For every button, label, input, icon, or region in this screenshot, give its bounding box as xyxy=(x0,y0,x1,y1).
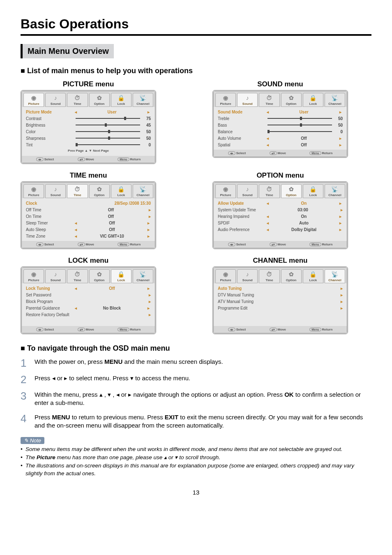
row-spdif[interactable]: SPDIF ◂ Auto ▸ xyxy=(214,220,347,226)
menu-time: TIME menu ◉Picture♪Sound⏱Time✿Option🔒Loc… xyxy=(21,171,156,249)
tab-channel[interactable]: 📡Channel xyxy=(133,269,153,283)
row-clock[interactable]: Clock 28/Sep /2008 15:30 xyxy=(22,200,155,206)
row-off time[interactable]: Off Time Off ▸ xyxy=(22,206,155,213)
osd-tabs: ◉Picture♪Sound⏱Time✿Option🔒Lock📡Channel xyxy=(214,91,347,107)
note-2: The Picture menu has more than one page,… xyxy=(21,454,371,461)
tab-picture[interactable]: ◉Picture xyxy=(215,184,236,198)
tab-lock[interactable]: 🔒Lock xyxy=(111,184,131,198)
osd-footer: ◂▸Select ▴▾Move MenuReturn xyxy=(214,150,347,157)
tab-lock[interactable]: 🔒Lock xyxy=(111,269,131,283)
tab-sound[interactable]: ♪Sound xyxy=(45,269,66,283)
row-time zone[interactable]: Time Zone ◂ VIC GMT+10 ▸ xyxy=(22,233,155,239)
page-title: Basic Operations xyxy=(21,16,371,36)
row-auto tuning[interactable]: Auto Tuning ▸ xyxy=(214,285,347,291)
step-2: 2 Press ◂ or ▸ to select menu. Press ▾ t… xyxy=(21,374,371,385)
row-sharpness[interactable]: Sharpness 50 xyxy=(22,135,155,141)
tab-channel[interactable]: 📡Channel xyxy=(325,184,345,198)
menu-title-sound: SOUND menu xyxy=(212,80,348,88)
osd-footer: ◂▸Select ▴▾Move MenuReturn xyxy=(22,326,155,333)
row-atv manual tuning[interactable]: ATV Manual Tuning ▸ xyxy=(214,298,347,305)
row-picture mode[interactable]: Picture Mode ◂ User ▸ xyxy=(22,109,155,115)
nav-heading: To navigate through the OSD main menu xyxy=(21,344,371,353)
tab-lock[interactable]: 🔒Lock xyxy=(111,93,131,107)
menu-title-option: OPTION menu xyxy=(212,171,348,180)
tab-time[interactable]: ⏱Time xyxy=(259,184,279,198)
menu-title-lock: LOCK menu xyxy=(21,257,156,265)
menu-picture: PICTURE menu ◉Picture♪Sound⏱Time✿Option🔒… xyxy=(21,80,156,164)
note-section: ✎ Note Some menu items may be different … xyxy=(21,437,371,477)
row-auto volume[interactable]: Auto Volume ◂ Off ▸ xyxy=(214,135,347,141)
row-sound mode[interactable]: Sound Mode ◂ User ▸ xyxy=(214,109,347,115)
tab-sound[interactable]: ♪Sound xyxy=(45,93,66,107)
tab-option[interactable]: ✿Option xyxy=(89,269,110,283)
tab-picture[interactable]: ◉Picture xyxy=(215,93,236,107)
tab-option[interactable]: ✿Option xyxy=(89,93,110,107)
note-3: The illustrations and on-screen displays… xyxy=(21,462,371,477)
tab-channel[interactable]: 📡Channel xyxy=(133,184,153,198)
note-1: Some menu items may be different when th… xyxy=(21,446,371,453)
row-spatial[interactable]: Spatial ◂ Off ▸ xyxy=(214,141,347,148)
row-tint[interactable]: Tint 0 xyxy=(22,141,155,148)
menu-channel: CHANNEL menu ◉Picture♪Sound⏱Time✿Option🔒… xyxy=(212,257,348,334)
tab-lock[interactable]: 🔒Lock xyxy=(303,93,323,107)
osd-footer: ◂▸Select ▴▾Move MenuReturn xyxy=(214,241,347,248)
row-audio preference[interactable]: Audio Preference ◂ Dolby Digital ▸ xyxy=(214,226,347,233)
osd-lock: ◉Picture♪Sound⏱Time✿Option🔒Lock📡Channel … xyxy=(21,266,156,334)
tab-sound[interactable]: ♪Sound xyxy=(45,184,66,198)
menu-lock: LOCK menu ◉Picture♪Sound⏱Time✿Option🔒Loc… xyxy=(21,257,156,334)
osd-tabs: ◉Picture♪Sound⏱Time✿Option🔒Lock📡Channel xyxy=(22,91,155,107)
osd-option: ◉Picture♪Sound⏱Time✿Option🔒Lock📡Channel … xyxy=(212,181,348,249)
tab-sound[interactable]: ♪Sound xyxy=(237,269,258,283)
tab-channel[interactable]: 📡Channel xyxy=(325,93,345,107)
tab-option[interactable]: ✿Option xyxy=(89,184,110,198)
osd-time: ◉Picture♪Sound⏱Time✿Option🔒Lock📡Channel … xyxy=(21,181,156,249)
row-bass[interactable]: Bass 50 xyxy=(214,122,347,128)
row-lock tuning[interactable]: Lock Tuning ◂ Off ▸ xyxy=(22,285,155,291)
tab-time[interactable]: ⏱Time xyxy=(259,269,279,283)
row-allow update[interactable]: Allow Update ◂ On ▸ xyxy=(214,200,347,206)
tab-lock[interactable]: 🔒Lock xyxy=(303,269,323,283)
note-label: ✎ Note xyxy=(21,437,44,444)
row-balance[interactable]: Balance 0 xyxy=(214,128,347,135)
tab-picture[interactable]: ◉Picture xyxy=(215,269,236,283)
row-restore factory default[interactable]: Restore Factory Default ▸ xyxy=(22,311,155,318)
menu-title-picture: PICTURE menu xyxy=(21,80,156,88)
row-brightness[interactable]: Brightness 45 xyxy=(22,122,155,128)
row-treble[interactable]: Treble 50 xyxy=(214,115,347,122)
tab-time[interactable]: ⏱Time xyxy=(67,93,88,107)
tab-time[interactable]: ⏱Time xyxy=(67,184,88,198)
row-system update time[interactable]: System Update Time 03:00 ▸ xyxy=(214,206,347,213)
row-parental guidance[interactable]: Parental Guidance ◂ No Block ▸ xyxy=(22,305,155,311)
tab-option[interactable]: ✿Option xyxy=(281,269,302,283)
tab-time[interactable]: ⏱Time xyxy=(259,93,279,107)
row-on time[interactable]: On Time Off ▸ xyxy=(22,213,155,220)
osd-sound: ◉Picture♪Sound⏱Time✿Option🔒Lock📡Channel … xyxy=(212,90,348,158)
tab-picture[interactable]: ◉Picture xyxy=(23,93,44,107)
tab-option[interactable]: ✿Option xyxy=(281,184,302,198)
tab-channel[interactable]: 📡Channel xyxy=(325,269,345,283)
menu-sound: SOUND menu ◉Picture♪Sound⏱Time✿Option🔒Lo… xyxy=(212,80,348,164)
row-auto sleep[interactable]: Auto Sleep ◂ Off ▸ xyxy=(22,226,155,233)
menus-grid: PICTURE menu ◉Picture♪Sound⏱Time✿Option🔒… xyxy=(21,80,371,334)
tab-picture[interactable]: ◉Picture xyxy=(23,184,44,198)
tab-time[interactable]: ⏱Time xyxy=(67,269,88,283)
row-programme edit[interactable]: Programme Edit ▸ xyxy=(214,305,347,311)
row-hearing impaired[interactable]: Hearing Impaired ◂ On ▸ xyxy=(214,213,347,220)
tab-option[interactable]: ✿Option xyxy=(281,93,302,107)
tab-sound[interactable]: ♪Sound xyxy=(237,93,258,107)
row-dtv manual tuning[interactable]: DTV Manual Tuning ▸ xyxy=(214,291,347,298)
osd-footer: ◂▸Select ▴▾Move MenuReturn xyxy=(214,326,347,333)
step-list: 1 With the power on, press MENU and the … xyxy=(21,358,371,430)
notes-list: Some menu items may be different when th… xyxy=(21,446,371,477)
section-title: Main Menu Overview xyxy=(21,44,114,58)
row-contrast[interactable]: Contrast 75 xyxy=(22,115,155,122)
tab-channel[interactable]: 📡Channel xyxy=(133,93,153,107)
step-4: 4 Press MENU to return to previous menu.… xyxy=(21,413,371,430)
row-set password[interactable]: Set Password ▸ xyxy=(22,291,155,298)
tab-picture[interactable]: ◉Picture xyxy=(23,269,44,283)
tab-lock[interactable]: 🔒Lock xyxy=(303,184,323,198)
row-sleep timer[interactable]: Sleep Timer ◂ Off ▸ xyxy=(22,220,155,226)
row-color[interactable]: Color 50 xyxy=(22,128,155,135)
row-block program[interactable]: Block Program ▸ xyxy=(22,298,155,305)
tab-sound[interactable]: ♪Sound xyxy=(237,184,258,198)
